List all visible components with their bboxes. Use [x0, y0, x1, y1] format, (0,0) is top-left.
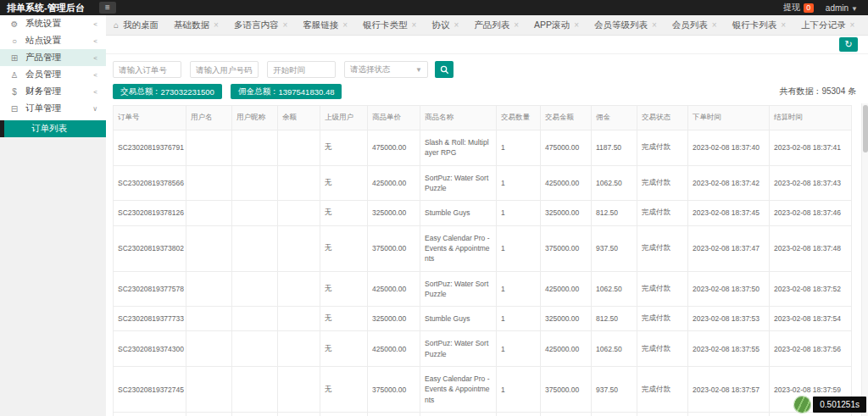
cell: 1062.50: [592, 331, 637, 367]
tab-close-icon[interactable]: ×: [712, 20, 717, 30]
tab-2[interactable]: 基础数据×: [166, 15, 226, 35]
commission-total-value: 1397541830.48: [278, 87, 334, 97]
column-header: 商品名称: [420, 106, 497, 130]
column-header: 商品单价: [368, 106, 420, 130]
cell: 937.50: [592, 413, 637, 416]
refresh-button[interactable]: ↻: [839, 37, 858, 52]
tab-label: 协议: [431, 19, 449, 31]
cell: 1187.50: [592, 130, 637, 166]
sidebar-item-站点设置[interactable]: ○站点设置<: [0, 32, 106, 49]
tab-7[interactable]: 产品列表×: [466, 15, 526, 35]
vertical-scrollbar[interactable]: [861, 103, 868, 416]
tab-close-icon[interactable]: ×: [514, 20, 519, 30]
withdraw-link[interactable]: 提现: [783, 2, 800, 14]
chevron-left-icon: <: [93, 20, 97, 28]
sidebar-item-产品管理[interactable]: ⊞产品管理<: [0, 49, 106, 66]
table-row: SC23020819374300无425000.00SortPuz: Water…: [114, 331, 852, 367]
cell: 375000.00: [541, 225, 592, 271]
sidebar-item-订单管理[interactable]: ⊟订单管理∨: [0, 100, 106, 117]
tab-close-icon[interactable]: ×: [652, 20, 657, 30]
tab-close-icon[interactable]: ×: [574, 20, 579, 30]
cell: 375000.00: [368, 225, 420, 271]
cell: 完成付款: [637, 130, 688, 166]
tab-label: 产品列表: [474, 19, 509, 31]
sidebar-item-label: 站点设置: [25, 35, 93, 47]
thinkphp-icon[interactable]: [793, 396, 811, 413]
table-header-row: 订单号用户名用户昵称余额上级用户商品单价商品名称交易数量交易金额佣金交易状态下单…: [114, 106, 852, 130]
cell: [278, 413, 320, 416]
cell: SC23020819378566: [114, 165, 186, 201]
tab-close-icon[interactable]: ×: [214, 20, 219, 30]
cell: SC23020819397095: [114, 413, 186, 416]
cell: [278, 201, 320, 225]
column-header: 用户昵称: [232, 106, 278, 130]
trade-total-badge: 交易总额： 273032231500: [113, 84, 222, 99]
cell: [186, 225, 232, 271]
tab-4[interactable]: 客服链接×: [295, 15, 355, 35]
cell: [232, 413, 278, 416]
tab-9[interactable]: 会员等级列表×: [587, 15, 665, 35]
product-icon: ⊞: [8, 53, 20, 63]
cell: 完成付款: [637, 413, 688, 416]
cell: [186, 413, 232, 416]
cell: 2023-02-08 18:37:40: [688, 130, 770, 166]
tab-3[interactable]: 多语言内容×: [226, 15, 295, 35]
cell: [278, 367, 320, 413]
filter-row: 请选择状态 ▼: [106, 54, 868, 78]
user-no-input[interactable]: [190, 61, 259, 78]
cell: 2023-02-08 18:37:47: [688, 225, 770, 271]
order-no-input[interactable]: [113, 61, 181, 78]
cell: SortPuz: Water Sort Puzzle: [420, 165, 497, 201]
tab-close-icon[interactable]: ×: [282, 20, 287, 30]
column-header: 交易金额: [541, 106, 592, 130]
status-select[interactable]: 请选择状态 ▼: [344, 61, 428, 78]
tab-label: 银行卡类型: [363, 19, 408, 31]
cell: 2023-02-08 18:37:48: [770, 225, 852, 271]
scrollbar-thumb[interactable]: [863, 105, 868, 153]
tab-6[interactable]: 协议×: [424, 15, 466, 35]
tab-10[interactable]: 会员列表×: [665, 15, 725, 35]
tab-13[interactable]: 钱包明细×: [862, 15, 868, 35]
tab-close-icon[interactable]: ×: [453, 20, 459, 30]
hamburger-icon[interactable]: ≡: [99, 2, 116, 14]
cell: [232, 307, 278, 331]
tab-1[interactable]: ⌂我的桌面: [106, 15, 166, 35]
cell: [186, 307, 232, 331]
tab-label: 上下分记录: [801, 19, 846, 31]
top-header: 排单系统-管理后台 ≡ 提现 0 admin▼: [0, 0, 868, 15]
tab-label: 我的桌面: [123, 19, 159, 31]
cell: 1: [497, 165, 541, 201]
table-row: SC23020819378566无425000.00SortPuz: Water…: [114, 165, 852, 201]
column-header: 结算时间: [770, 106, 852, 130]
chevron-left-icon: <: [93, 88, 97, 96]
search-button[interactable]: [435, 61, 453, 78]
cell: [186, 130, 232, 166]
record-count: 共有数据：95304 条: [779, 86, 856, 97]
sidebar-item-label: 财务管理: [25, 86, 93, 97]
sidebar-item-财务管理[interactable]: $财务管理<: [0, 83, 106, 100]
sidebar-subitem-订单列表[interactable]: 订单列表: [0, 120, 106, 137]
cell: 无: [320, 130, 368, 166]
sidebar-item-会员管理[interactable]: ♙会员管理<: [0, 66, 106, 83]
tab-close-icon[interactable]: ×: [781, 20, 786, 30]
tab-8[interactable]: APP滚动×: [526, 15, 587, 35]
tab-close-icon[interactable]: ×: [850, 20, 855, 30]
cell: [186, 367, 232, 413]
stats-row: 交易总额： 273032231500 佣金总额： 1397541830.48 共…: [106, 78, 868, 99]
start-time-input[interactable]: [267, 61, 336, 78]
tab-close-icon[interactable]: ×: [412, 20, 417, 30]
tab-12[interactable]: 上下分记录×: [793, 15, 862, 35]
cell: 425000.00: [541, 331, 592, 367]
tab-close-icon[interactable]: ×: [342, 20, 348, 30]
orders-table-wrap: 订单号用户名用户昵称余额上级用户商品单价商品名称交易数量交易金额佣金交易状态下单…: [113, 105, 856, 416]
sidebar-item-系统设置[interactable]: ⚙系统设置<: [0, 15, 106, 32]
user-menu[interactable]: admin▼: [826, 3, 858, 13]
chevron-left-icon: <: [93, 71, 97, 79]
tab-11[interactable]: 银行卡列表×: [725, 15, 793, 35]
tab-5[interactable]: 银行卡类型×: [355, 15, 424, 35]
cell: 1: [497, 307, 541, 331]
tab-label: 多语言内容: [234, 19, 279, 31]
cell: 2023-02-08 18:37:56: [770, 331, 852, 367]
cell: 无: [320, 413, 368, 416]
cell: SC23020819373802: [114, 225, 186, 271]
